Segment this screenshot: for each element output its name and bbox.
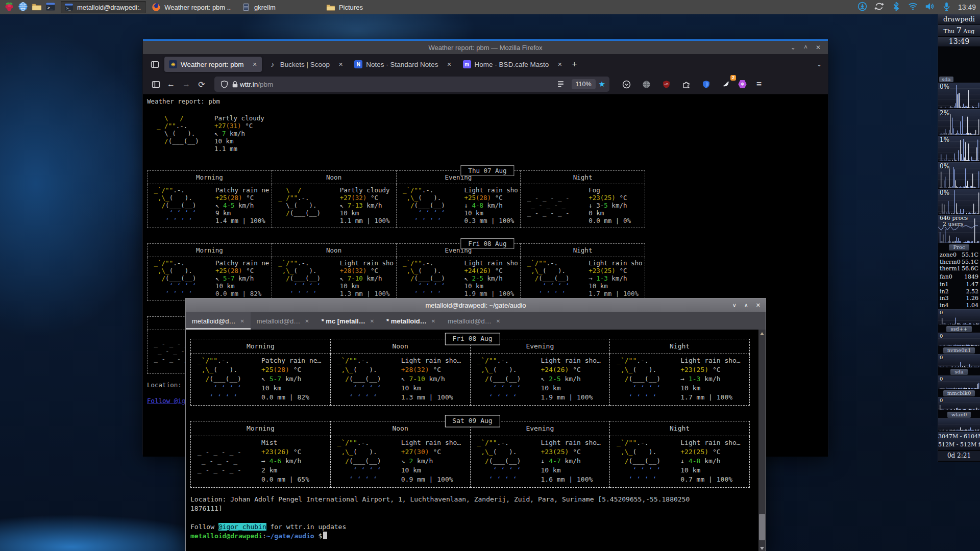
terminal-tabbar: metalloid@d…✕metalloid@d…✕* mc [metall…✕… <box>186 312 766 330</box>
firefox-tab[interactable]: mHome - BSD.cafe Masto✕ <box>458 57 567 72</box>
weather-art-rain: _`/"".-. ,\_( ). /(___(__) ‘ ‘ ‘ ‘ ‘ ‘ ‘… <box>399 259 464 297</box>
terminal-location-line2: 1876111] <box>190 504 754 513</box>
close-icon[interactable]: ✕ <box>756 302 761 309</box>
tray-updates-icon[interactable] <box>857 2 868 13</box>
hamburger-menu-icon[interactable]: ≡ <box>751 77 767 91</box>
tab-close-icon[interactable]: ✕ <box>305 318 309 324</box>
tab-close-icon[interactable]: ✕ <box>370 318 374 324</box>
scroll-up-icon[interactable] <box>758 330 766 337</box>
taskbar-window-button[interactable]: Weather report: pbm .. <box>148 1 236 13</box>
forecast-cell-slot: _ - _ - _ - _ - _ - _ _ - _ - _ - Fog +2… <box>521 184 645 228</box>
tab-close-icon[interactable]: ✕ <box>338 61 343 68</box>
extension-globe-icon[interactable] <box>639 77 654 91</box>
launcher-file-manager[interactable] <box>32 2 42 13</box>
scrollbar-thumb[interactable] <box>759 514 765 540</box>
tray-sync-icon[interactable] <box>874 2 885 13</box>
tab-close-icon[interactable]: ✕ <box>240 318 244 324</box>
bitwarden-icon[interactable] <box>698 77 714 91</box>
terminal-prompt[interactable]: metalloid@drawpedi:~/gate/audio $ <box>190 532 754 541</box>
tab-close-icon[interactable]: ✕ <box>431 318 435 324</box>
tray-microphone-icon[interactable] <box>942 2 952 13</box>
launcher-menu[interactable] <box>4 2 14 13</box>
prompt-user: metalloid@drawpedi <box>190 532 262 540</box>
gkrellm-swap-line: 512M - 512M free <box>938 441 980 449</box>
new-tab-button[interactable]: + <box>572 59 577 69</box>
tab-close-icon[interactable]: ✕ <box>496 318 500 324</box>
chart-zero-label: 0 <box>940 310 943 315</box>
tray-bluetooth-icon[interactable] <box>891 2 901 13</box>
forecast-col-header: Morning <box>148 244 272 257</box>
close-icon[interactable]: ✕ <box>816 44 821 51</box>
sidebar-toggle-icon[interactable] <box>148 77 163 91</box>
extensions-puzzle-icon[interactable] <box>678 77 694 91</box>
firefox-titlebar[interactable]: Weather report: pbm — Mozilla Firefox ⌄ … <box>143 41 828 54</box>
snowflake-hexagon-icon[interactable]: ❄ <box>738 80 747 89</box>
terminal-follow-line: Follow @igor_chubin for wttr.in updates <box>190 522 754 532</box>
weather-cell-info: Partly cloudy +27(32) °C ↖ 7-13 km/h 10 … <box>340 186 394 224</box>
keepass-bird-icon[interactable]: 2 <box>718 77 733 91</box>
gkrellm-date: Thu 7 Aug <box>938 25 980 37</box>
taskbar-clock[interactable]: 13:49 <box>958 3 976 11</box>
firefox-tab[interactable]: NNotes · Standard Notes✕ <box>350 57 456 72</box>
ublock-icon[interactable]: uO <box>658 77 674 91</box>
forward-icon[interactable]: → <box>179 77 194 91</box>
tray-wifi-icon[interactable] <box>908 2 918 13</box>
terminal-window: metalloid@drawpedi: ~/gate/audio ∨ ∧ ✕ m… <box>185 298 766 551</box>
maximize-icon[interactable]: ˄ <box>804 44 807 51</box>
shade-icon[interactable]: ∨ <box>732 302 737 309</box>
gkrellm-hostname: drawpedi <box>938 14 980 25</box>
bluetooth-glyph <box>891 2 901 12</box>
scroll-down-icon[interactable] <box>758 545 766 551</box>
forecast-cell-slot: _`/"".-. ,\_( ). /(___(__) ‘ ‘ ‘ ‘ ‘ ‘ ‘… <box>148 257 272 301</box>
weather-cell-info: Patchy rain ne… +25(28) °C ↖ 5-7 km/h 10… <box>215 259 269 297</box>
reload-icon[interactable]: ⟳ <box>194 77 209 91</box>
forecast-col-header: Morning <box>148 171 272 184</box>
taskbar-window-button[interactable]: gkrellm <box>238 1 281 13</box>
tab-close-icon[interactable]: ✕ <box>447 61 451 68</box>
gkrellm-chip-mmcblk0: mmcblk0 <box>943 390 975 396</box>
lock-icon[interactable] <box>230 77 240 91</box>
launcher-terminal[interactable]: >_ <box>45 2 56 13</box>
weather-cell: \ / _ /"".-. \_( ). /(___(__) Partly clo… <box>273 185 396 227</box>
tab-label: Notes · Standard Notes <box>366 61 438 68</box>
forecast-col-header: Night <box>521 244 645 257</box>
gkrellm-chip-proc: Proc <box>949 244 969 251</box>
firefox-tab[interactable]: ♪Buckets | Scoop✕ <box>264 57 348 72</box>
shade-icon[interactable]: ⌄ <box>791 44 796 51</box>
pocket-icon[interactable] <box>619 77 634 91</box>
weather-cell: _`/"".-. ,\_( ). /(___(__) ‘ ‘ ‘ ‘ ‘ ‘ ‘… <box>191 355 330 405</box>
weather-cell-info: Patchy rain ne… +25(28) °C ↖ 4-5 km/h 9 … <box>215 186 269 224</box>
weather-cell: _`/"".-. ,\_( ). /(___(__) ‘ ‘ ‘ ‘ ‘ ‘ ‘… <box>397 185 520 227</box>
terminal-tab[interactable]: metalloid@d…✕ <box>442 312 506 330</box>
tab-close-icon[interactable]: ✕ <box>253 61 257 68</box>
reader-mode-icon[interactable] <box>553 77 569 91</box>
firefox-view-icon[interactable] <box>147 57 162 71</box>
terminal-output-tail: Location: Johan Adolf Pengel Internation… <box>190 495 754 541</box>
list-all-tabs-icon[interactable]: ⌄ <box>817 61 822 68</box>
tray-volume-icon[interactable] <box>925 2 935 13</box>
gkrellm-disk-charts: 0ssd++0nvme0n10sda0mmcblk00wlan0 <box>938 309 980 432</box>
bookmark-star-icon[interactable]: ★ <box>599 80 605 89</box>
terminal-tab[interactable]: * metalloid…✕ <box>380 312 442 330</box>
desktop: >_ >_metalloid@drawpedi:.Weather report:… <box>0 0 980 551</box>
taskbar-window-button[interactable]: >_metalloid@drawpedi:. <box>61 1 146 13</box>
back-icon[interactable]: ← <box>163 77 179 91</box>
terminal-tab[interactable]: metalloid@d…✕ <box>251 312 315 330</box>
launcher-browser[interactable] <box>18 2 28 13</box>
zoom-level-button[interactable]: 110% <box>572 79 596 89</box>
gkrellm-sensor-row: in41.04 <box>940 302 978 309</box>
weather-cell-info: Light rain sho… +23(25) °C → 1-3 km/h 10… <box>680 356 747 402</box>
tab-close-icon[interactable]: ✕ <box>557 61 562 68</box>
terminal-tab[interactable]: * mc [metall…✕ <box>315 312 380 330</box>
maximize-icon[interactable]: ∧ <box>744 302 748 309</box>
shield-icon[interactable] <box>218 77 230 91</box>
forecast-day-title: Sat 09 Aug <box>445 415 500 427</box>
terminal-scrollbar[interactable] <box>758 330 766 551</box>
taskbar-window-button[interactable]: Pictures <box>323 1 368 13</box>
terminal-tab[interactable]: metalloid@d…✕ <box>186 312 251 330</box>
weather-cell: _`/"".-. ,\_( ). /(___(__) ‘ ‘ ‘ ‘ ‘ ‘ ‘… <box>471 355 609 405</box>
folder-icon <box>32 2 42 12</box>
url-bar[interactable]: wttr.in/pbm 110% ★ <box>214 77 609 92</box>
firefox-tab[interactable]: ☀Weather report: pbm✕ <box>164 57 262 72</box>
terminal-titlebar[interactable]: metalloid@drawpedi: ~/gate/audio ∨ ∧ ✕ <box>186 298 766 312</box>
